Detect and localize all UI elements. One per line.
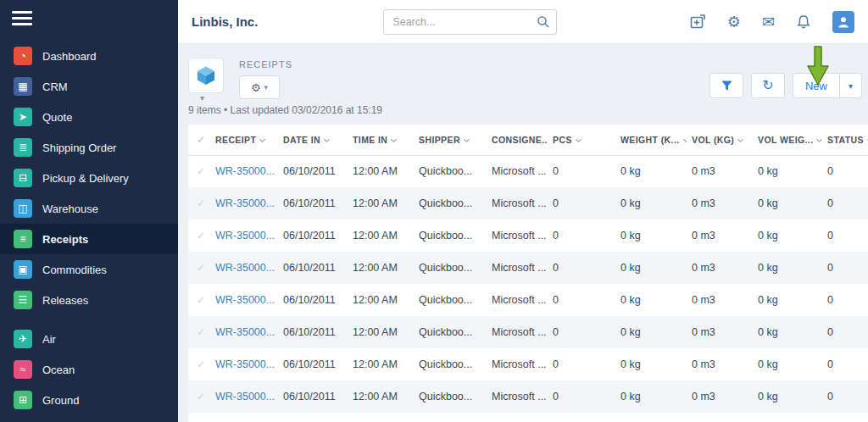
user-avatar[interactable] (832, 11, 854, 33)
column-header-vol-kg-[interactable]: VOL (KG) (687, 125, 753, 155)
refresh-button[interactable]: ↻ (751, 73, 785, 98)
sidebar-item-pickup-delivery[interactable]: ⊟ Pickup & Delivery (0, 163, 178, 193)
column-header-vol-weig-[interactable]: VOL WEIG... (753, 125, 822, 155)
sort-caret-icon (683, 136, 687, 142)
table-row[interactable]: ✓WR-35000...06/10/201112:00 AMQuickboo..… (188, 348, 868, 380)
add-window-icon[interactable] (690, 14, 706, 30)
cell: 0 (822, 316, 868, 348)
cell: 06/10/2011 (278, 380, 348, 413)
cell: 0 kg (753, 155, 822, 187)
cell: Microsoft ... (487, 284, 548, 316)
receipt-link[interactable]: WR-35000... (210, 284, 278, 316)
new-dropdown-button[interactable]: ▾ (840, 73, 862, 98)
cell: 06/10/2011 (278, 219, 348, 252)
menu-icon[interactable] (0, 0, 44, 32)
column-header-time-in[interactable]: TIME IN (348, 125, 414, 155)
cell: 0 m3 (687, 348, 753, 380)
cell: 12:00 AM (348, 219, 414, 252)
cell: Quickboo... (414, 380, 487, 413)
sidebar-item-receipts[interactable]: ≡ Receipts (0, 224, 178, 254)
receipt-link[interactable]: WR-35000... (210, 155, 278, 187)
table-row[interactable]: ✓WR-35000...06/10/201112:00 AMQuickboo..… (188, 284, 868, 316)
column-header-shipper[interactable]: SHIPPER (414, 125, 487, 155)
cell: 0 kg (615, 187, 687, 219)
module-title: RECEIPTS (239, 59, 292, 69)
receipt-link[interactable]: WR-35000... (210, 316, 278, 348)
list-settings-button[interactable]: ⚙ ▾ (239, 75, 280, 99)
row-check-icon[interactable]: ✓ (188, 380, 210, 413)
module-bar: ▾ RECEIPTS ⚙ ▾ ↻ (188, 58, 868, 99)
sidebar-item-ground[interactable]: ⊞ Ground (0, 385, 178, 415)
cell: 0 (822, 187, 868, 219)
cell: 0 (822, 380, 868, 413)
row-check-icon[interactable]: ✓ (188, 316, 210, 348)
row-check-icon[interactable]: ✓ (188, 348, 210, 380)
table-row[interactable]: ✓WR-35000...06/10/201112:00 AMQuickboo..… (188, 380, 868, 413)
bell-icon[interactable] (796, 14, 811, 30)
table-row[interactable]: ✓WR-35000...06/10/201112:00 AMQuickboo..… (188, 219, 868, 252)
filter-button[interactable] (709, 73, 743, 98)
sidebar-item-label: Receipts (42, 233, 88, 246)
sidebar-item-ocean[interactable]: ≈ Ocean (0, 354, 178, 385)
row-check-icon[interactable]: ✓ (188, 187, 210, 219)
receipt-link[interactable]: WR-35000... (210, 219, 278, 252)
column-header-status[interactable]: STATUS (822, 125, 868, 155)
quote-icon: ➤ (14, 108, 32, 126)
search-input[interactable] (383, 9, 557, 35)
mail-icon[interactable]: ✉ (762, 14, 775, 30)
cell: 0 m3 (687, 252, 753, 284)
warehouse-module-icon[interactable] (188, 58, 224, 93)
column-header-weight-k-[interactable]: WEIGHT (K... (615, 125, 687, 155)
receipt-link[interactable]: WR-35000... (210, 348, 278, 380)
column-header-pcs[interactable]: PCS (548, 125, 615, 155)
new-button[interactable]: New (793, 73, 840, 98)
gear-icon[interactable]: ⚙ (727, 14, 741, 30)
table-row[interactable]: ✓WR-35000...06/10/201112:00 AMQuickboo..… (188, 252, 868, 284)
cell: 0 kg (753, 252, 822, 284)
cell: 0 (548, 155, 615, 187)
sidebar-item-label: Releases (42, 294, 88, 307)
sidebar-item-quote[interactable]: ➤ Quote (0, 102, 178, 132)
cell: 0 kg (615, 413, 687, 422)
search-icon[interactable] (537, 15, 550, 29)
sidebar-item-crm[interactable]: ▦ CRM (0, 71, 178, 102)
cell: Microsoft ... (487, 413, 548, 422)
cell: 0 kg (615, 284, 687, 316)
table-row[interactable]: ✓WR-35000...06/10/201112:00 AMQuickboo..… (188, 316, 868, 348)
toolbar-actions: ↻ New ▾ (709, 73, 862, 98)
column-header-receipt[interactable]: RECEIPT (210, 125, 278, 155)
cell: 06/10/2011 (278, 187, 348, 219)
sidebar-item-shipping-order[interactable]: ≣ Shipping Order (0, 132, 178, 163)
cell: 0 (548, 413, 615, 422)
sort-caret-icon (816, 136, 822, 142)
row-check-icon[interactable]: ✓ (188, 413, 210, 422)
cell: 0 kg (615, 219, 687, 252)
select-all-check-icon[interactable]: ✓ (188, 125, 210, 155)
table-row[interactable]: ✓WR-35000...06/10/201112:00 AMQuickboo..… (188, 187, 868, 219)
topbar: Linbis, Inc. ⚙ ✉ (178, 0, 868, 44)
cell: 06/10/2011 (278, 348, 348, 380)
table-row[interactable]: ✓WR-35000...06/10/201112:00 AMQuickboo..… (188, 413, 868, 422)
module-caret-icon[interactable]: ▾ (200, 93, 204, 103)
row-check-icon[interactable]: ✓ (188, 219, 210, 252)
receipt-link[interactable]: WR-35000... (210, 413, 278, 422)
row-check-icon[interactable]: ✓ (188, 252, 210, 284)
sidebar-item-releases[interactable]: ☰ Releases (0, 285, 178, 315)
receipt-link[interactable]: WR-35000... (210, 380, 278, 413)
column-header-consigne-[interactable]: CONSIGNE... (487, 125, 548, 155)
sidebar-item-air[interactable]: ✈ Air (0, 324, 178, 354)
sidebar-item-dashboard[interactable]: ◔ Dashboard (0, 41, 178, 71)
sidebar-item-warehouse[interactable]: ◫ Warehouse (0, 193, 178, 224)
cell: 06/10/2011 (278, 155, 348, 187)
cell: Microsoft ... (487, 187, 548, 219)
sidebar-item-commodities[interactable]: ▣ Commodities (0, 254, 178, 285)
table-row[interactable]: ✓WR-35000...06/10/201112:00 AMQuickboo..… (188, 155, 868, 187)
cell: 06/10/2011 (278, 252, 348, 284)
row-check-icon[interactable]: ✓ (188, 155, 210, 187)
cell: 0 m3 (687, 155, 753, 187)
column-header-date-in[interactable]: DATE IN (278, 125, 348, 155)
receipt-link[interactable]: WR-35000... (210, 187, 278, 219)
row-check-icon[interactable]: ✓ (188, 284, 210, 316)
receipt-link[interactable]: WR-35000... (210, 252, 278, 284)
cell: 12:00 AM (348, 380, 414, 413)
